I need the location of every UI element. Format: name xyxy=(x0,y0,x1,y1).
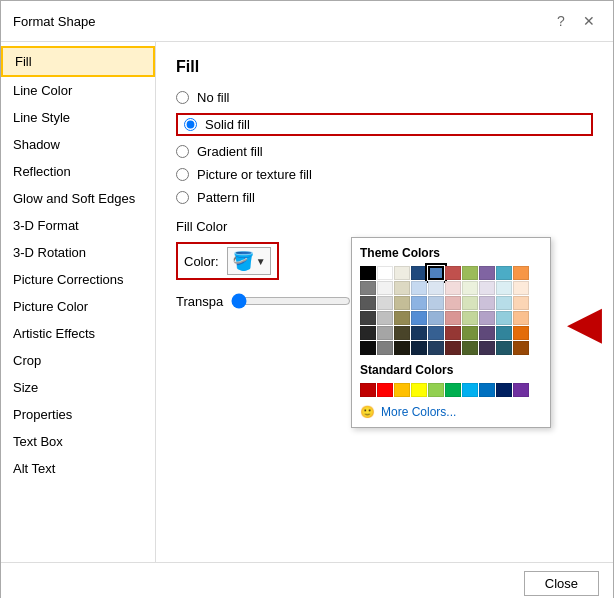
theme-color-swatch[interactable] xyxy=(360,281,376,295)
close-button-title[interactable]: ✕ xyxy=(577,9,601,33)
theme-color-swatch[interactable] xyxy=(360,341,376,355)
color-picker-button[interactable]: 🪣 ▼ xyxy=(227,247,271,275)
more-colors-row[interactable]: 🙂 More Colors... xyxy=(360,405,542,419)
standard-color-swatch[interactable] xyxy=(445,383,461,397)
theme-color-swatch[interactable] xyxy=(360,311,376,325)
theme-color-swatch[interactable] xyxy=(513,296,529,310)
sidebar-item-line-style[interactable]: Line Style xyxy=(1,104,155,131)
theme-color-swatch[interactable] xyxy=(496,281,512,295)
close-dialog-button[interactable]: Close xyxy=(524,571,599,596)
sidebar-item-picture-corrections[interactable]: Picture Corrections xyxy=(1,266,155,293)
standard-color-swatch[interactable] xyxy=(462,383,478,397)
standard-color-swatch[interactable] xyxy=(479,383,495,397)
theme-color-swatch[interactable] xyxy=(428,296,444,310)
theme-color-swatch[interactable] xyxy=(394,341,410,355)
standard-color-swatch[interactable] xyxy=(411,383,427,397)
theme-color-swatch[interactable] xyxy=(479,311,495,325)
sidebar-item-shadow[interactable]: Shadow xyxy=(1,131,155,158)
theme-color-swatch[interactable] xyxy=(411,341,427,355)
theme-color-swatch[interactable] xyxy=(411,311,427,325)
theme-color-swatch[interactable] xyxy=(513,266,529,280)
standard-color-swatch[interactable] xyxy=(394,383,410,397)
no-fill-option[interactable]: No fill xyxy=(176,90,593,105)
theme-color-swatch[interactable] xyxy=(411,266,427,280)
theme-color-swatch[interactable] xyxy=(360,296,376,310)
theme-color-swatch[interactable] xyxy=(513,326,529,340)
theme-color-swatch[interactable] xyxy=(479,326,495,340)
standard-color-swatch[interactable] xyxy=(377,383,393,397)
theme-color-swatch[interactable] xyxy=(394,266,410,280)
theme-color-swatch[interactable] xyxy=(394,311,410,325)
sidebar-item-3-d-rotation[interactable]: 3-D Rotation xyxy=(1,239,155,266)
theme-color-swatch[interactable] xyxy=(445,281,461,295)
theme-color-swatch[interactable] xyxy=(462,266,478,280)
theme-color-swatch[interactable] xyxy=(513,281,529,295)
theme-color-swatch[interactable] xyxy=(445,266,461,280)
solid-fill-radio[interactable] xyxy=(184,118,197,131)
theme-color-swatch[interactable] xyxy=(445,311,461,325)
theme-color-swatch[interactable] xyxy=(445,326,461,340)
theme-color-swatch[interactable] xyxy=(479,296,495,310)
sidebar-item-line-color[interactable]: Line Color xyxy=(1,77,155,104)
transparency-slider[interactable] xyxy=(231,293,351,309)
theme-color-swatch[interactable] xyxy=(462,296,478,310)
sidebar-item-fill[interactable]: Fill xyxy=(1,46,155,77)
no-fill-radio[interactable] xyxy=(176,91,189,104)
standard-color-swatch[interactable] xyxy=(360,383,376,397)
sidebar-item-size[interactable]: Size xyxy=(1,374,155,401)
picture-fill-radio[interactable] xyxy=(176,168,189,181)
theme-color-swatch[interactable] xyxy=(394,281,410,295)
theme-color-swatch[interactable] xyxy=(411,296,427,310)
theme-color-swatch[interactable] xyxy=(377,341,393,355)
theme-color-swatch[interactable] xyxy=(394,296,410,310)
standard-color-swatch[interactable] xyxy=(428,383,444,397)
theme-color-swatch[interactable] xyxy=(496,296,512,310)
sidebar-item-alt-text[interactable]: Alt Text xyxy=(1,455,155,482)
theme-color-swatch[interactable] xyxy=(377,326,393,340)
theme-color-swatch[interactable] xyxy=(428,341,444,355)
theme-color-swatch[interactable] xyxy=(445,296,461,310)
theme-color-swatch[interactable] xyxy=(479,281,495,295)
sidebar-item-text-box[interactable]: Text Box xyxy=(1,428,155,455)
standard-color-swatch[interactable] xyxy=(496,383,512,397)
theme-color-swatch[interactable] xyxy=(479,341,495,355)
theme-color-swatch[interactable] xyxy=(462,326,478,340)
gradient-fill-option[interactable]: Gradient fill xyxy=(176,144,593,159)
theme-color-swatch[interactable] xyxy=(513,341,529,355)
sidebar-item-properties[interactable]: Properties xyxy=(1,401,155,428)
theme-color-swatch[interactable] xyxy=(496,326,512,340)
theme-color-swatch[interactable] xyxy=(445,341,461,355)
theme-color-swatch[interactable] xyxy=(428,266,444,280)
theme-color-swatch[interactable] xyxy=(496,341,512,355)
theme-color-swatch[interactable] xyxy=(428,326,444,340)
pattern-fill-option[interactable]: Pattern fill xyxy=(176,190,593,205)
theme-color-swatch[interactable] xyxy=(462,281,478,295)
gradient-fill-radio[interactable] xyxy=(176,145,189,158)
sidebar-item-reflection[interactable]: Reflection xyxy=(1,158,155,185)
theme-color-swatch[interactable] xyxy=(377,281,393,295)
theme-color-swatch[interactable] xyxy=(496,311,512,325)
sidebar-item-3-d-format[interactable]: 3-D Format xyxy=(1,212,155,239)
sidebar-item-artistic-effects[interactable]: Artistic Effects xyxy=(1,320,155,347)
theme-color-swatch[interactable] xyxy=(377,296,393,310)
theme-color-swatch[interactable] xyxy=(496,266,512,280)
theme-color-swatch[interactable] xyxy=(377,311,393,325)
picture-fill-option[interactable]: Picture or texture fill xyxy=(176,167,593,182)
theme-color-swatch[interactable] xyxy=(513,311,529,325)
sidebar-item-picture-color[interactable]: Picture Color xyxy=(1,293,155,320)
theme-color-swatch[interactable] xyxy=(479,266,495,280)
theme-color-swatch[interactable] xyxy=(394,326,410,340)
solid-fill-option[interactable]: Solid fill xyxy=(176,113,593,136)
theme-color-swatch[interactable] xyxy=(360,326,376,340)
theme-color-swatch[interactable] xyxy=(462,311,478,325)
pattern-fill-radio[interactable] xyxy=(176,191,189,204)
theme-color-swatch[interactable] xyxy=(377,266,393,280)
theme-color-swatch[interactable] xyxy=(428,311,444,325)
theme-color-swatch[interactable] xyxy=(411,326,427,340)
standard-color-swatch[interactable] xyxy=(513,383,529,397)
sidebar-item-glow-and-soft-edges[interactable]: Glow and Soft Edges xyxy=(1,185,155,212)
help-button[interactable]: ? xyxy=(549,9,573,33)
theme-color-swatch[interactable] xyxy=(462,341,478,355)
theme-color-swatch[interactable] xyxy=(411,281,427,295)
theme-color-swatch[interactable] xyxy=(360,266,376,280)
